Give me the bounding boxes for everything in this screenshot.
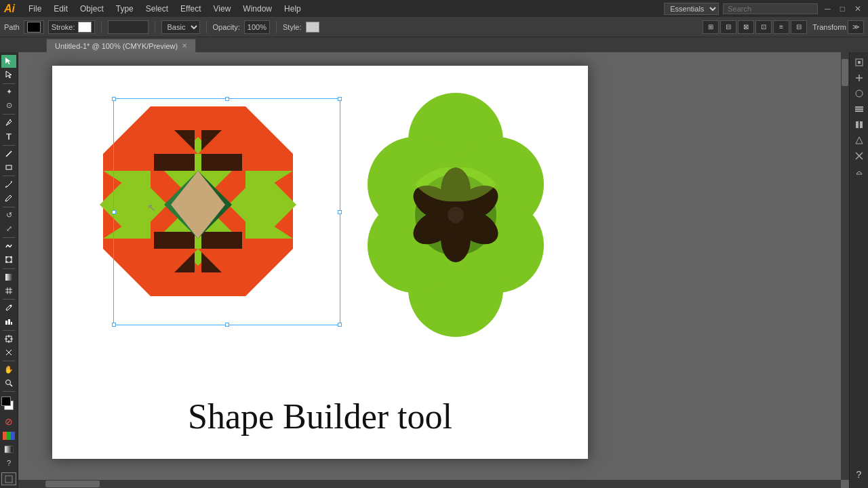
svg-rect-8 (5, 274, 12, 281)
graph-tool[interactable] (1, 315, 16, 328)
svg-rect-70 (858, 61, 861, 64)
transform-options[interactable]: ≫ (848, 20, 864, 34)
color-swatch-area (1, 396, 16, 411)
menu-view[interactable]: View (208, 3, 237, 15)
tab-close-icon[interactable]: ✕ (182, 42, 187, 49)
svg-rect-74 (855, 110, 863, 112)
minimize-button[interactable]: ─ (822, 4, 833, 14)
rpanel-btn-8[interactable] (852, 164, 867, 179)
hand-tool[interactable]: ✋ (1, 363, 16, 376)
maximize-button[interactable]: □ (837, 4, 848, 14)
rectangle-frame[interactable] (1, 472, 16, 485)
path-label: Path (4, 23, 20, 31)
type-tool[interactable]: T (1, 130, 16, 143)
direct-selection-tool[interactable] (1, 68, 16, 81)
menu-effect[interactable]: Effect (175, 3, 206, 15)
eyedropper-tool[interactable] (1, 302, 16, 314)
align-btn-2[interactable]: ⊟ (720, 20, 736, 34)
rpanel-btn-2[interactable] (852, 70, 867, 85)
tool-sep-11 (3, 391, 15, 392)
pen-tool[interactable] (1, 117, 16, 129)
horizontal-scrollbar[interactable] (18, 480, 841, 488)
gradient-fill-btn[interactable] (1, 443, 16, 455)
warp-tool[interactable] (1, 240, 16, 253)
vertical-scrollbar[interactable] (841, 52, 849, 480)
menu-object[interactable]: Object (75, 3, 109, 15)
document-tab[interactable]: Untitled-1* @ 100% (CMYK/Preview) ✕ (46, 39, 196, 52)
main-layout: ✦ ⊙ T ↺ ⤢ (0, 52, 868, 488)
gradient-tool[interactable] (1, 270, 16, 283)
rpanel-btn-7[interactable] (852, 148, 867, 163)
rpanel-btn-5[interactable] (852, 117, 867, 132)
menu-window[interactable]: Window (237, 3, 277, 15)
pencil-tool[interactable] (1, 192, 16, 205)
paintbrush-tool[interactable] (1, 178, 16, 191)
align-btn-4[interactable]: ⊡ (755, 20, 772, 34)
menu-type[interactable]: Type (111, 3, 139, 15)
opacity-value[interactable]: 100% (244, 20, 270, 34)
line-tool[interactable] (1, 147, 16, 160)
stroke-label: Stroke: (52, 23, 75, 31)
menu-help[interactable]: Help (279, 3, 307, 15)
selection-tool[interactable] (1, 55, 16, 68)
rpanel-btn-3[interactable] (852, 86, 867, 101)
align-btn-6[interactable]: ⊟ (791, 20, 807, 34)
color-btn[interactable] (1, 430, 16, 443)
align-btn-1[interactable]: ⊞ (703, 20, 719, 34)
menu-file[interactable]: File (23, 3, 47, 15)
tool-sep-1 (3, 83, 15, 84)
svg-point-22 (6, 380, 11, 385)
search-input[interactable] (723, 3, 818, 14)
none-fill-btn[interactable]: ⊘ (1, 414, 16, 429)
tab-title: Untitled-1* @ 100% (CMYK/Preview) (55, 42, 178, 50)
menu-select[interactable]: Select (140, 3, 174, 15)
align-btn-3[interactable]: ⊠ (738, 20, 754, 34)
rectangle-tool[interactable] (1, 161, 16, 174)
svg-rect-7 (10, 261, 12, 263)
separator-2 (155, 21, 155, 33)
artboard: Shape Builder tool ↖ (52, 66, 588, 459)
options-bar: Path Stroke: Basic Opacity: 100% Style: … (0, 17, 868, 37)
help-tool[interactable]: ? (1, 456, 16, 469)
menu-edit[interactable]: Edit (48, 3, 73, 15)
workspace-selector[interactable]: Essentials (664, 3, 719, 15)
zoom-tool[interactable] (1, 377, 16, 390)
opacity-label: Opacity: (213, 23, 240, 31)
free-transform-tool[interactable] (1, 253, 16, 266)
lasso-tool[interactable]: ⊙ (1, 99, 16, 112)
foreground-color-swatch[interactable] (1, 396, 11, 406)
artboard-tool[interactable] (1, 332, 16, 345)
svg-rect-76 (860, 121, 863, 128)
close-button[interactable]: ✕ (852, 4, 864, 14)
svg-point-67 (448, 207, 464, 223)
svg-line-1 (6, 151, 12, 157)
slice-tool[interactable] (1, 346, 16, 359)
style-swatch[interactable] (306, 22, 319, 33)
align-btn-5[interactable]: ≡ (773, 20, 789, 34)
magic-wand-tool[interactable]: ✦ (1, 85, 16, 98)
left-toolbar: ✦ ⊙ T ↺ ⤢ (0, 52, 18, 488)
rpanel-btn-6[interactable] (852, 133, 867, 148)
canvas-area[interactable]: Shape Builder tool ↖ (18, 52, 849, 488)
tool-sep-8 (3, 299, 15, 300)
svg-rect-27 (5, 446, 13, 453)
tool-sep-2 (3, 114, 15, 115)
mesh-tool[interactable] (1, 284, 16, 297)
rotate-tool[interactable]: ↺ (1, 209, 16, 222)
tool-sep-6 (3, 237, 15, 238)
svg-rect-2 (6, 165, 12, 169)
stroke-swatch[interactable] (78, 22, 92, 33)
rpanel-btn-1[interactable] (852, 55, 867, 70)
transform-label: Transform (812, 23, 846, 31)
menu-bar: Ai File Edit Object Type Select Effect V… (0, 0, 868, 17)
tool-sep-10 (3, 361, 15, 361)
style-select[interactable]: Basic (161, 20, 200, 34)
fill-swatch[interactable] (27, 22, 41, 33)
stroke-weight[interactable] (108, 20, 149, 34)
stroke-options[interactable]: Stroke: (48, 20, 95, 34)
scale-tool[interactable]: ⤢ (1, 222, 16, 235)
svg-rect-24 (3, 432, 7, 440)
fill-options[interactable] (24, 20, 44, 34)
svg-point-13 (10, 305, 12, 307)
rpanel-btn-4[interactable] (852, 102, 867, 117)
